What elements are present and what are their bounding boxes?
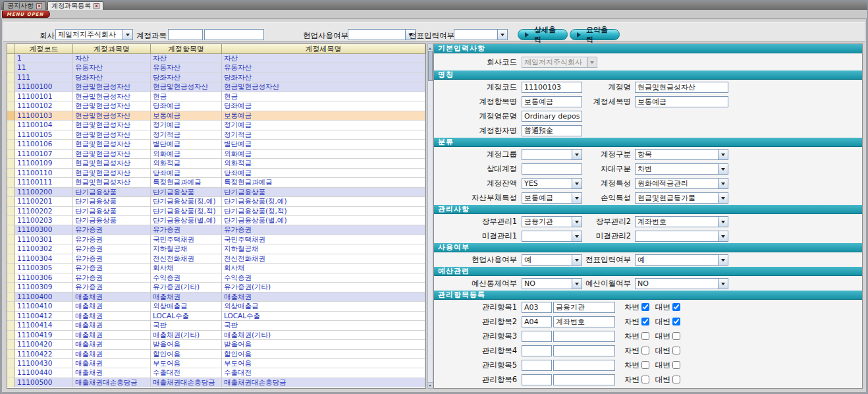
- account-trait-select[interactable]: 원화예적금관리: [635, 178, 728, 189]
- asset-liability-trait-select[interactable]: 보통예금: [522, 192, 582, 204]
- mgmt-item-name-field[interactable]: [553, 302, 615, 313]
- table-row[interactable]: 11100500매출채권대손충당금매출채권대손충당금매출채권대손충당금: [7, 378, 425, 387]
- table-row[interactable]: 11100102현금및현금성자산당좌예금당좌예금: [7, 101, 425, 111]
- ledger1-select[interactable]: 금융기관: [522, 216, 582, 227]
- credit-checkbox[interactable]: [672, 318, 680, 325]
- table-row[interactable]: 11100105현금및현금성자산정기적금정기적금: [7, 130, 425, 140]
- slip-entry-select[interactable]: [454, 29, 508, 40]
- table-row[interactable]: 11100430매출채권부도어음부도어음: [7, 359, 425, 368]
- detail-print-button[interactable]: 상세출력: [518, 29, 568, 40]
- mgmt-item-name-field[interactable]: [553, 345, 615, 356]
- credit-checkbox[interactable]: [672, 361, 680, 369]
- debit-checkbox[interactable]: [641, 318, 649, 325]
- company-code-select[interactable]: 제일저지주식회사: [522, 57, 597, 68]
- summary-print-button[interactable]: 요약출력: [570, 29, 620, 40]
- menu-open-button[interactable]: MENU OPEN: [2, 11, 50, 18]
- table-row[interactable]: 11유동자산유동자산유동자산: [7, 63, 425, 72]
- table-row[interactable]: 11100301유가증권국민주택채권국민주택채권: [7, 235, 425, 244]
- field-use-select[interactable]: [348, 29, 416, 40]
- mgmt-item-code-field[interactable]: [522, 316, 552, 327]
- hanja-name-field[interactable]: [522, 125, 582, 136]
- pending2-select[interactable]: [635, 231, 728, 242]
- table-row[interactable]: 11100100현금및현금성자산현금및현금성자산현금및현금성자산: [7, 82, 425, 92]
- credit-checkbox[interactable]: [672, 376, 680, 383]
- debit-credit-division-select[interactable]: 차변: [635, 163, 728, 175]
- mgmt-item-code-field[interactable]: [522, 345, 552, 356]
- table-row[interactable]: 11100422매출채권할인어음할인어음: [7, 350, 425, 359]
- table-row[interactable]: 11100109현금및현금성자산외화적금외화적금: [7, 159, 425, 168]
- table-row[interactable]: 11100103현금및현금성자산보통예금보통예금: [7, 111, 425, 121]
- cell-account-name: 매출채권: [73, 302, 151, 311]
- profit-loss-trait-select[interactable]: 현금및현금등가물: [635, 192, 728, 204]
- table-row[interactable]: 11100410매출채권외상매출금외상매출금: [7, 302, 425, 311]
- scroll-down-icon[interactable]: [428, 382, 433, 388]
- mgmt-item-name-field[interactable]: [553, 316, 615, 327]
- debit-label: 차변: [624, 346, 639, 356]
- budget-control-select[interactable]: NO: [522, 278, 582, 289]
- table-row[interactable]: 11100412매출채권LOCAL수출LOCAL수출: [7, 312, 425, 321]
- item-name-field[interactable]: [522, 96, 582, 107]
- account-balance-select[interactable]: YES: [522, 178, 582, 189]
- mgmt-item-code-field[interactable]: [522, 302, 552, 313]
- table-row[interactable]: 11100201단기금융상품단기금융상품(정,예)단기금융상품(정,예): [7, 197, 425, 206]
- mgmt-item-name-field[interactable]: [553, 374, 615, 385]
- table-row[interactable]: 11100302유가증권지하철공채지하철공채: [7, 244, 425, 254]
- company-select[interactable]: 제일저지주식회사: [55, 29, 133, 40]
- table-row[interactable]: 11100203단기금융상품단기금융상품(별,예)단기금융상품(별,예): [7, 216, 425, 225]
- table-row[interactable]: 11100420매출채권받을어음받을어음: [7, 340, 425, 349]
- table-row[interactable]: 11100104현금및현금성자산정기예금정기예금: [7, 121, 425, 130]
- table-row[interactable]: 11100414매출채권국판국판: [7, 321, 425, 330]
- table-row[interactable]: 11100110현금및현금성자산당좌예금당좌예금: [7, 169, 425, 178]
- table-row[interactable]: 11100200단기금융상품단기금융상품단기금융상품: [7, 188, 425, 197]
- table-row[interactable]: 11100107현금및현금성자산외화예금외화예금: [7, 150, 425, 159]
- credit-checkbox[interactable]: [672, 303, 680, 311]
- account-name-input[interactable]: [204, 29, 264, 40]
- counter-account-field[interactable]: [522, 163, 582, 175]
- account-code-field[interactable]: [522, 82, 582, 93]
- debit-checkbox[interactable]: [641, 361, 649, 369]
- english-name-field[interactable]: [522, 111, 582, 122]
- slip-entry-panel-select[interactable]: 예: [635, 254, 728, 266]
- close-icon[interactable]: x: [36, 3, 42, 9]
- table-row[interactable]: 11100300유가증권유가증권유가증권: [7, 225, 425, 235]
- account-group-select[interactable]: [522, 149, 582, 160]
- table-row[interactable]: 11100106현금및현금성자산별단예금별단예금: [7, 140, 425, 149]
- table-row[interactable]: 11100101현금및현금성자산현금현금: [7, 92, 425, 101]
- mgmt-item-name-field[interactable]: [553, 331, 615, 342]
- credit-checkbox[interactable]: [672, 332, 680, 340]
- account-code-input[interactable]: [168, 29, 203, 40]
- table-row[interactable]: 11100202단기금융상품단기금융상품(정,적)단기금융상품(정,적): [7, 207, 425, 216]
- credit-checkbox[interactable]: [672, 347, 680, 354]
- table-row[interactable]: 1자산자산자산: [7, 54, 425, 63]
- ledger2-select[interactable]: 계좌번호: [635, 216, 728, 227]
- table-row[interactable]: 11100305유가증권회사채회사채: [7, 264, 425, 273]
- table-row[interactable]: 111당좌자산당좌자산당좌자산: [7, 73, 425, 82]
- debit-checkbox[interactable]: [641, 376, 649, 383]
- debit-checkbox[interactable]: [641, 332, 649, 340]
- account-name-field[interactable]: [635, 82, 728, 93]
- table-row[interactable]: 11100400매출채권매출채권매출채권: [7, 293, 425, 302]
- detail-name-field[interactable]: [635, 96, 728, 107]
- debit-checkbox[interactable]: [641, 347, 649, 354]
- table-row[interactable]: 11100419매출채권매출채권(기타)매출채권(기타): [7, 331, 425, 340]
- tab-notice[interactable]: 공지사항 x: [3, 1, 46, 10]
- mgmt-item-code-field[interactable]: [522, 374, 552, 385]
- budget-carryover-select[interactable]: NO: [635, 278, 728, 289]
- account-division-select[interactable]: 항목: [635, 149, 728, 160]
- mgmt-item-name-field[interactable]: [553, 360, 615, 371]
- table-row[interactable]: 11100111현금및현금성자산특정현금과예금특정현금과예금: [7, 178, 425, 187]
- table-row[interactable]: 11100304유가증권전신전화채권전신전화채권: [7, 254, 425, 264]
- table-scrollbar[interactable]: [427, 43, 433, 389]
- pending1-select[interactable]: [522, 231, 582, 242]
- table-row[interactable]: 11100440매출채권수출대전수출대전: [7, 368, 425, 378]
- mgmt-item-code-field[interactable]: [522, 331, 552, 342]
- scroll-up-icon[interactable]: [428, 44, 433, 50]
- debit-checkbox[interactable]: [641, 303, 649, 311]
- scrollbar-thumb[interactable]: [428, 51, 433, 81]
- table-row[interactable]: 11100306유가증권수익증권수익증권: [7, 273, 425, 283]
- mgmt-item-code-field[interactable]: [522, 360, 552, 371]
- close-icon[interactable]: x: [94, 3, 99, 9]
- field-use-panel-select[interactable]: 예: [522, 254, 582, 266]
- tab-account-registration[interactable]: 계정과목등록 x: [47, 1, 103, 10]
- table-row[interactable]: 11100309유가증권유가증권(기타)유가증권(기타): [7, 283, 425, 292]
